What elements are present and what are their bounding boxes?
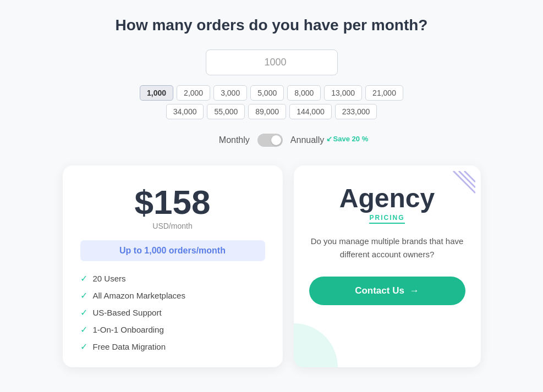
order-input-container: ▲ ▼ bbox=[206, 49, 338, 75]
svg-line-0 bbox=[453, 171, 475, 193]
list-item: ✓ 20 Users bbox=[80, 273, 265, 284]
preset-1000[interactable]: 1,000 bbox=[140, 85, 173, 101]
svg-line-2 bbox=[464, 171, 475, 182]
cards-row: $158 USD/month Up to 1,000 orders/month … bbox=[35, 165, 508, 367]
preset-8000[interactable]: 8,000 bbox=[287, 85, 321, 101]
preset-13000[interactable]: 13,000 bbox=[324, 85, 362, 101]
toggle-track bbox=[257, 134, 283, 147]
order-input-wrapper: ▲ ▼ bbox=[206, 49, 338, 75]
list-item: ✓ 1-On-1 Onboarding bbox=[80, 324, 265, 335]
feature-label: US-Based Support bbox=[93, 308, 162, 317]
pricing-card: $158 USD/month Up to 1,000 orders/month … bbox=[63, 165, 283, 367]
agency-subtitle: PRICING bbox=[369, 214, 404, 224]
preset-2000[interactable]: 2,000 bbox=[177, 85, 210, 101]
billing-toggle-row: Monthly Annually Save 20 % bbox=[219, 134, 324, 147]
preset-144000[interactable]: 144,000 bbox=[289, 104, 332, 119]
preset-5000[interactable]: 5,000 bbox=[250, 85, 284, 101]
preset-21000[interactable]: 21,000 bbox=[365, 85, 403, 101]
order-presets: 1,000 2,000 3,000 5,000 8,000 13,000 21,… bbox=[134, 85, 409, 119]
preset-34000[interactable]: 34,000 bbox=[166, 104, 204, 119]
monthly-label: Monthly bbox=[219, 135, 250, 145]
feature-label: Free Data Migration bbox=[93, 342, 166, 351]
page-title: How many orders do you have per month? bbox=[116, 16, 428, 34]
check-icon: ✓ bbox=[80, 273, 87, 284]
list-item: ✓ Free Data Migration bbox=[80, 341, 265, 352]
contact-arrow-icon: → bbox=[410, 285, 419, 296]
feature-label: 20 Users bbox=[93, 274, 126, 283]
check-icon: ✓ bbox=[80, 341, 87, 352]
contact-label: Contact Us bbox=[355, 285, 404, 296]
check-icon: ✓ bbox=[80, 307, 87, 318]
agency-card: Agency PRICING Do you manage multiple br… bbox=[294, 165, 481, 367]
plan-badge: Up to 1,000 orders/month bbox=[80, 240, 265, 261]
feature-label: 1-On-1 Onboarding bbox=[93, 325, 164, 334]
decorative-stripes bbox=[448, 171, 475, 198]
preset-233000[interactable]: 233,000 bbox=[335, 104, 377, 119]
check-icon: ✓ bbox=[80, 324, 87, 335]
agency-description: Do you manage multiple brands that have … bbox=[309, 235, 465, 261]
features-list: ✓ 20 Users ✓ All Amazon Marketplaces ✓ U… bbox=[80, 273, 265, 352]
background-decoration bbox=[294, 301, 360, 367]
toggle-thumb bbox=[271, 135, 281, 145]
preset-55000[interactable]: 55,000 bbox=[207, 104, 245, 119]
save-badge: Save 20 % bbox=[326, 135, 369, 143]
price-period: USD/month bbox=[80, 222, 265, 230]
agency-title: Agency bbox=[339, 185, 435, 212]
preset-89000[interactable]: 89,000 bbox=[248, 104, 286, 119]
list-item: ✓ US-Based Support bbox=[80, 307, 265, 318]
billing-toggle[interactable] bbox=[257, 134, 283, 147]
order-input[interactable] bbox=[206, 50, 338, 75]
price-amount: $158 bbox=[80, 185, 265, 219]
preset-3000[interactable]: 3,000 bbox=[213, 85, 247, 101]
feature-label: All Amazon Marketplaces bbox=[93, 291, 185, 300]
list-item: ✓ All Amazon Marketplaces bbox=[80, 290, 265, 301]
check-icon: ✓ bbox=[80, 290, 87, 301]
annually-label: Annually bbox=[290, 135, 324, 145]
svg-point-3 bbox=[294, 323, 338, 367]
